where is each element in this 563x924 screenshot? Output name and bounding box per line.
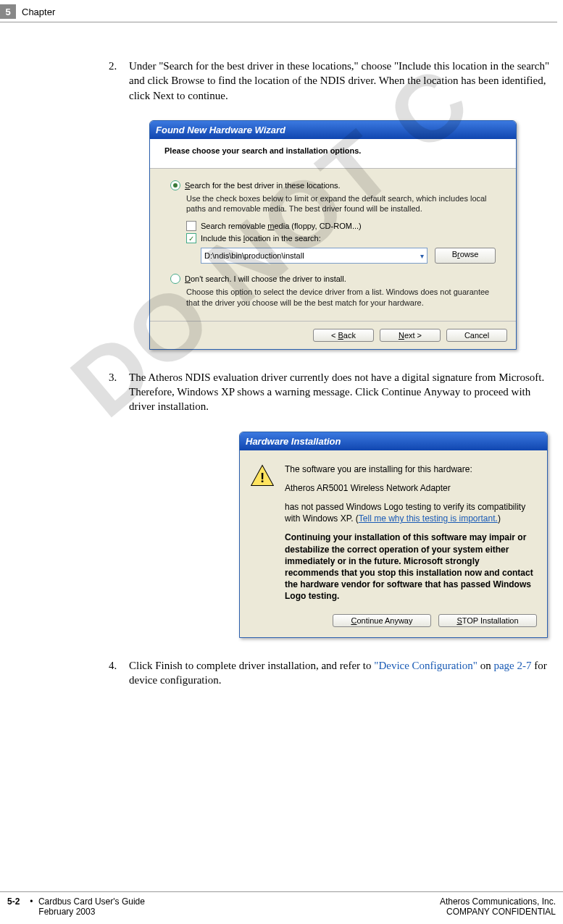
step-number: 4. <box>109 658 129 688</box>
checkbox-removable-media[interactable]: Search removable media (floppy, CD-ROM..… <box>186 221 496 231</box>
wizard-titlebar: Found New Hardware Wizard <box>150 121 516 139</box>
location-path-row: D:\ndis\bin\production\install ▾ Browse <box>201 248 496 264</box>
step-text: The Atheros NDIS evaluation driver curre… <box>129 370 557 414</box>
path-value: D:\ndis\bin\production\install <box>204 251 304 260</box>
found-new-hardware-wizard: Found New Hardware Wizard Please choose … <box>149 120 517 350</box>
stop-installation-button[interactable]: STOP Installation <box>438 614 537 627</box>
step-text: Click Finish to complete driver installa… <box>129 658 557 688</box>
footer-left: 5-2 • Cardbus Card User's Guide February… <box>7 896 145 917</box>
checkbox-label: Include this location in the search: <box>201 234 321 243</box>
dialog-text: The software you are installing for this… <box>285 463 535 602</box>
step-3: 3. The Atheros NDIS evaluation driver cu… <box>109 370 557 414</box>
step-number: 2. <box>109 59 129 103</box>
wizard-button-row: < Back Next > Cancel <box>150 321 516 349</box>
dialog-titlebar: Hardware Installation <box>240 432 547 450</box>
dropdown-icon[interactable]: ▾ <box>420 252 424 260</box>
page-link[interactable]: page 2-7 <box>493 660 531 671</box>
radio1-description: Use the check boxes below to limit or ex… <box>186 193 496 214</box>
next-button[interactable]: Next > <box>380 329 441 342</box>
back-button[interactable]: < Back <box>313 329 374 342</box>
browse-button[interactable]: Browse <box>435 248 496 264</box>
step-4: 4. Click Finish to complete driver insta… <box>109 658 557 688</box>
radio2-description: Choose this option to select the device … <box>186 287 496 308</box>
step-2: 2. Under "Search for the best driver in … <box>109 59 557 103</box>
step-number: 3. <box>109 370 129 414</box>
radio-search-best-driver[interactable]: Search for the best driver in these loca… <box>170 180 496 190</box>
dialog-button-row: Continue Anyway STOP Installation <box>240 608 547 637</box>
hw-link[interactable]: Tell me why this testing is important. <box>359 513 498 524</box>
hardware-installation-dialog: Hardware Installation ! The software you… <box>239 432 548 638</box>
chapter-label: Chapter <box>22 7 55 17</box>
main-content: 2. Under "Search for the best driver in … <box>0 22 563 687</box>
warning-icon: ! <box>250 463 275 488</box>
wizard-heading: Please choose your search and installati… <box>150 139 516 169</box>
radio-dont-search[interactable]: Don't search. I will choose the driver t… <box>170 274 496 284</box>
svg-text:!: ! <box>260 470 264 485</box>
chapter-number-badge: 5 <box>0 4 16 19</box>
radio-label: Search for the best driver in these loca… <box>185 181 341 190</box>
checkbox-include-location[interactable]: ✓ Include this location in the search: <box>186 233 496 243</box>
dialog-body: ! The software you are installing for th… <box>240 450 547 608</box>
radio-icon <box>170 180 180 190</box>
device-config-link[interactable]: "Device Configuration" <box>374 660 477 671</box>
page-header: 5 Chapter <box>0 0 557 22</box>
footer-right: Atheros Communications, Inc. COMPANY CON… <box>440 896 556 917</box>
radio-label: Don't search. I will choose the driver t… <box>185 274 346 283</box>
hw-device: Atheros AR5001 Wireless Network Adapter <box>285 482 535 494</box>
hw-warning-bold: Continuing your installation of this sof… <box>285 532 535 602</box>
page-number: 5-2 <box>7 896 20 917</box>
hw-line2: has not passed Windows Logo testing to v… <box>285 501 535 524</box>
wizard-body: Search for the best driver in these loca… <box>150 169 516 321</box>
location-path-input[interactable]: D:\ndis\bin\production\install ▾ <box>201 248 428 264</box>
checkbox-icon: ✓ <box>186 233 196 243</box>
continue-anyway-button[interactable]: Continue Anyway <box>333 614 431 627</box>
checkbox-icon <box>186 221 196 231</box>
cancel-button[interactable]: Cancel <box>446 329 507 342</box>
footer-guide: • Cardbus Card User's Guide February 200… <box>27 896 145 917</box>
step-text: Under "Search for the best driver in the… <box>129 59 557 103</box>
hw-line1: The software you are installing for this… <box>285 463 535 475</box>
page-footer: 5-2 • Cardbus Card User's Guide February… <box>0 891 563 917</box>
checkbox-label: Search removable media (floppy, CD-ROM..… <box>201 222 362 230</box>
radio-icon <box>170 274 180 284</box>
